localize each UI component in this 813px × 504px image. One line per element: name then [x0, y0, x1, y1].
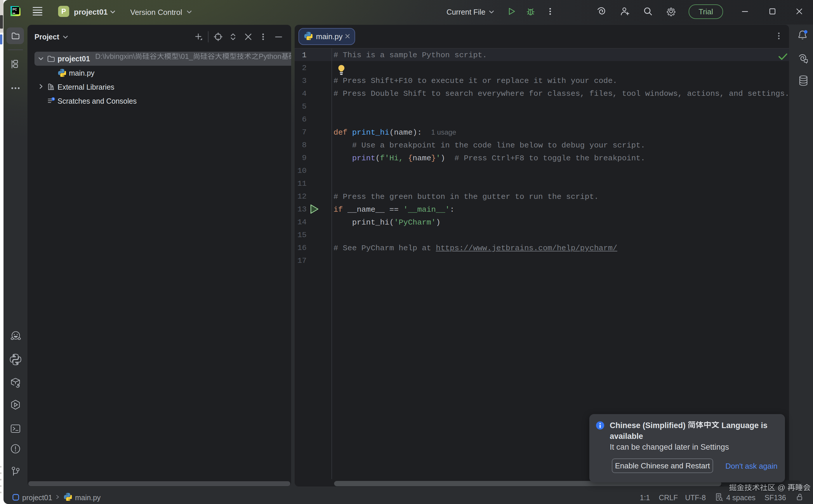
svg-text:PC: PC [13, 8, 17, 11]
